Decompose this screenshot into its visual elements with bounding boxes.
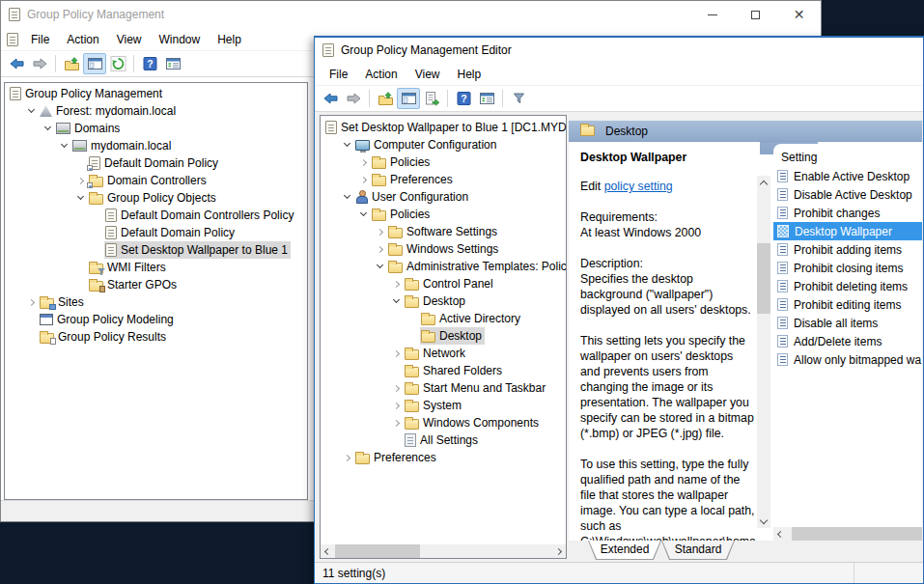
setting-row-allow-only-bitmapped-wa[interactable]: Allow only bitmapped wa <box>773 350 922 369</box>
close-button[interactable]: ✕ <box>777 1 821 28</box>
expand-chevron[interactable] <box>25 102 39 120</box>
settings-hscrollbar[interactable] <box>773 527 922 541</box>
scroll-left-icon[interactable] <box>321 544 335 558</box>
refresh-button[interactable] <box>106 53 129 74</box>
tree-item-start-menu-and-taskbar[interactable]: Start Menu and Taskbar <box>321 379 566 397</box>
settings-column-header[interactable]: Setting <box>773 148 922 167</box>
setting-row-prohibit-changes[interactable]: Prohibit changes <box>773 204 922 222</box>
setting-row-disable-all-items[interactable]: Disable all items <box>773 314 922 332</box>
menu-file[interactable]: File <box>22 29 58 50</box>
tree-item-control-panel[interactable]: Control Panel <box>321 275 566 292</box>
tab-standard[interactable]: Standard <box>661 541 735 560</box>
expand-chevron[interactable] <box>357 171 371 188</box>
description-vscrollbar[interactable] <box>757 176 770 528</box>
forward-button[interactable] <box>342 88 365 109</box>
help-button[interactable]: ? <box>452 88 475 109</box>
tree-item-group-policy-modeling[interactable]: Group Policy Modeling <box>5 311 307 328</box>
tree-item-computer-configuration[interactable]: Computer Configuration <box>321 136 566 153</box>
tree-item-policies[interactable]: Policies <box>321 153 566 171</box>
scroll-thumb[interactable] <box>757 243 770 314</box>
tree-item-group-policy-objects[interactable]: Group Policy Objects <box>5 189 307 207</box>
tree-item-set-desktop-wallpaper-to-blue-1[interactable]: Set Desktop Wallpaper to Blue 1 <box>5 241 307 259</box>
menu-window[interactable]: Window <box>151 29 210 50</box>
menu-action[interactable]: Action <box>58 29 107 50</box>
editor-tree-pane[interactable]: Set Desktop Wallpaper to Blue 1 [DC1.MYD… <box>320 115 567 559</box>
menu-file[interactable]: File <box>321 64 356 85</box>
tree-item-preferences[interactable]: Preferences <box>321 449 566 466</box>
console-window-button[interactable] <box>397 88 420 109</box>
tree-item-default-domain-controllers-policy[interactable]: Default Domain Controllers Policy <box>5 207 307 224</box>
help-button[interactable]: ? <box>138 53 161 74</box>
scroll-down-icon[interactable] <box>757 514 770 528</box>
setting-row-add-delete-items[interactable]: Add/Delete items <box>773 332 922 350</box>
filter-button[interactable] <box>507 88 530 109</box>
expand-chevron[interactable] <box>374 240 387 258</box>
expand-chevron[interactable] <box>390 397 404 414</box>
scroll-thumb[interactable] <box>792 527 922 541</box>
expand-chevron[interactable] <box>25 293 39 311</box>
tree-item-windows-settings[interactable]: Windows Settings <box>321 240 566 258</box>
expand-chevron[interactable] <box>74 189 88 207</box>
back-button[interactable] <box>319 88 342 109</box>
expand-chevron[interactable] <box>357 153 371 171</box>
tree-item-desktop[interactable]: Desktop <box>321 327 566 345</box>
expand-chevron[interactable] <box>58 137 71 154</box>
expand-chevron[interactable] <box>390 345 404 362</box>
menu-help[interactable]: Help <box>449 64 490 85</box>
tree-item-default-domain-policy[interactable]: Default Domain Policy <box>5 154 307 172</box>
expand-chevron[interactable] <box>74 172 88 189</box>
tree-item-administrative-templates-policy-d[interactable]: Administrative Templates: Policy d <box>321 258 566 275</box>
setting-row-prohibit-closing-items[interactable]: Prohibit closing items <box>773 259 922 277</box>
setting-row-disable-active-desktop[interactable]: Disable Active Desktop <box>773 185 922 204</box>
tree-item-group-policy-management[interactable]: Group Policy Management <box>5 85 307 102</box>
menu-view[interactable]: View <box>406 64 449 85</box>
console-window-button[interactable] <box>83 53 106 74</box>
settings-list[interactable]: Setting Enable Active DesktopDisable Act… <box>773 144 922 527</box>
tree-item-software-settings[interactable]: Software Settings <box>321 223 566 240</box>
forward-button[interactable] <box>28 53 51 74</box>
menu-view[interactable]: View <box>108 29 151 50</box>
window-list-button[interactable] <box>475 88 498 109</box>
tree-item-domain-controllers[interactable]: Domain Controllers <box>5 172 307 189</box>
setting-row-prohibit-editing-items[interactable]: Prohibit editing items <box>773 295 922 314</box>
export-list-button[interactable] <box>420 88 443 109</box>
expand-chevron[interactable] <box>374 258 387 275</box>
expand-chevron[interactable] <box>341 449 354 466</box>
tree-item-preferences[interactable]: Preferences <box>321 171 566 188</box>
expand-chevron[interactable] <box>357 206 371 223</box>
tree-item-default-domain-policy[interactable]: Default Domain Policy <box>5 224 307 241</box>
scroll-up-icon[interactable] <box>757 176 770 190</box>
tab-extended[interactable]: Extended <box>588 541 661 560</box>
policy-setting-link[interactable]: policy setting <box>604 180 673 193</box>
up-folder-button[interactable] <box>60 53 83 74</box>
tree-item-user-configuration[interactable]: User Configuration <box>321 188 566 206</box>
gpm-tree-pane[interactable]: Group Policy ManagementForest: mydomain.… <box>4 82 308 500</box>
tree-item-network[interactable]: Network <box>321 345 566 362</box>
tree-item-active-directory[interactable]: Active Directory <box>321 310 566 327</box>
expand-chevron[interactable] <box>390 275 404 292</box>
expand-chevron[interactable] <box>374 223 387 240</box>
setting-row-prohibit-deleting-items[interactable]: Prohibit deleting items <box>773 277 922 295</box>
tree-item-starter-gpos[interactable]: Starter GPOs <box>5 276 307 293</box>
minimize-button[interactable] <box>690 1 734 28</box>
scroll-right-icon[interactable] <box>551 544 566 558</box>
setting-row-desktop-wallpaper[interactable]: Desktop Wallpaper <box>773 222 922 240</box>
editor-tree-hscrollbar[interactable] <box>321 544 566 558</box>
back-button[interactable] <box>5 53 28 74</box>
expand-chevron[interactable] <box>341 136 354 153</box>
menu-help[interactable]: Help <box>209 29 250 50</box>
tree-item-set-desktop-wallpaper-to-blue-1-dc1-mydo[interactable]: Set Desktop Wallpaper to Blue 1 [DC1.MYD… <box>321 119 566 136</box>
scroll-thumb[interactable] <box>335 544 420 558</box>
maximize-button[interactable] <box>734 1 777 28</box>
tree-item-windows-components[interactable]: Windows Components <box>321 414 566 431</box>
expand-chevron[interactable] <box>390 414 404 431</box>
tree-item-mydomain-local[interactable]: mydomain.local <box>5 137 307 154</box>
tree-item-all-settings[interactable]: All Settings <box>321 431 566 449</box>
expand-chevron[interactable] <box>390 292 404 310</box>
expand-chevron[interactable] <box>341 188 354 206</box>
tree-item-forest-mydomain-local[interactable]: Forest: mydomain.local <box>5 102 307 120</box>
up-folder-button[interactable] <box>374 88 397 109</box>
expand-chevron[interactable] <box>42 120 55 137</box>
menu-action[interactable]: Action <box>356 64 406 85</box>
expand-chevron[interactable] <box>390 379 404 397</box>
